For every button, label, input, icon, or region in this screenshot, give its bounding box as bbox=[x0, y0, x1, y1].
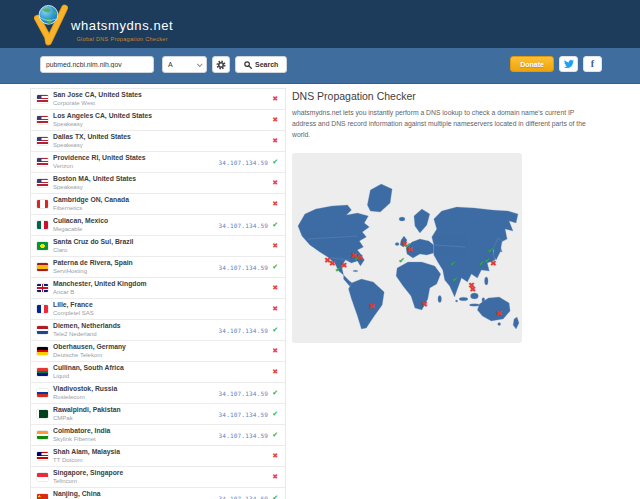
resolved-ip: 34.107.134.59 bbox=[219, 159, 269, 166]
flag-us-icon bbox=[37, 95, 48, 103]
server-location: Cullinan, South Africa bbox=[53, 364, 124, 372]
server-row[interactable]: San Jose CA, United States Corporate Wes… bbox=[31, 89, 285, 110]
server-isp: Verizon bbox=[53, 163, 146, 170]
server-location: San Jose CA, United States bbox=[53, 91, 142, 99]
cross-icon: ✖ bbox=[272, 243, 278, 250]
flag-gb-icon bbox=[37, 284, 48, 292]
server-location: Santa Cruz do Sul, Brazil bbox=[53, 238, 133, 246]
record-type-select[interactable]: A bbox=[162, 56, 207, 73]
server-row[interactable]: Singapore, Singapore Tefincom ✖ bbox=[31, 467, 285, 488]
map-cross-marker-icon: ✖ bbox=[329, 259, 336, 268]
server-location: Singapore, Singapore bbox=[53, 469, 123, 477]
header: whatsmydns.net Global DNS Propagation Ch… bbox=[0, 0, 640, 48]
domain-input[interactable] bbox=[40, 56, 154, 73]
resolved-ip: 34.107.134.59 bbox=[219, 390, 269, 397]
resolved-ip: 34.107.134.59 bbox=[219, 432, 269, 439]
server-row[interactable]: Nanjing, China NanJing XinFeng IT 34.107… bbox=[31, 488, 285, 499]
server-row[interactable]: Culiacan, Mexico Megacable 34.107.134.59… bbox=[31, 215, 285, 236]
logo-globe-check-icon bbox=[34, 2, 68, 48]
check-icon: ✔ bbox=[272, 327, 278, 334]
server-location: Shah Alam, Malaysia bbox=[53, 448, 120, 456]
map-cross-marker-icon: ✖ bbox=[469, 285, 476, 294]
server-row[interactable]: Providence RI, United States Verizon 34.… bbox=[31, 152, 285, 173]
donate-button[interactable]: Donate bbox=[510, 56, 554, 72]
server-isp: Corporate West bbox=[53, 100, 142, 107]
cross-icon: ✖ bbox=[272, 285, 278, 292]
server-row[interactable]: Oberhausen, Germany Deutsche Telekom ✖ bbox=[31, 341, 285, 362]
server-row[interactable]: Vladivostok, Russia Rostelecom 34.107.13… bbox=[31, 383, 285, 404]
server-isp: Speakeasy bbox=[53, 184, 136, 191]
check-icon: ✔ bbox=[272, 411, 278, 418]
server-isp: Fibernetics bbox=[53, 205, 129, 212]
check-icon: ✔ bbox=[272, 495, 278, 499]
server-row[interactable]: Manchester, United Kingdom Ancar B ✖ bbox=[31, 278, 285, 299]
map-cross-marker-icon: ✖ bbox=[407, 245, 414, 254]
options-button[interactable] bbox=[212, 56, 230, 73]
map-check-marker-icon: ✔ bbox=[399, 256, 405, 265]
server-location: Nanjing, China bbox=[53, 490, 106, 498]
server-isp: Ancar B bbox=[53, 289, 147, 296]
map-cross-marker-icon: ✖ bbox=[369, 302, 376, 311]
search-band: A Search Donate bbox=[0, 48, 640, 84]
server-location: Oberhausen, Germany bbox=[53, 343, 126, 351]
server-location: Los Angeles CA, United States bbox=[53, 112, 152, 120]
server-row[interactable]: Shah Alam, Malaysia TT Dotcom ✖ bbox=[31, 446, 285, 467]
cross-icon: ✖ bbox=[272, 306, 278, 313]
cross-icon: ✖ bbox=[272, 117, 278, 124]
server-isp: TT Dotcom bbox=[53, 457, 120, 464]
flag-my-icon bbox=[37, 452, 48, 460]
server-isp: CMPak bbox=[53, 415, 121, 422]
server-row[interactable]: Diemen, Netherlands Tele2 Nederland 34.1… bbox=[31, 320, 285, 341]
server-row[interactable]: Rawalpindi, Pakistan CMPak 34.107.134.59… bbox=[31, 404, 285, 425]
cross-icon: ✖ bbox=[272, 138, 278, 145]
map-cross-marker-icon: ✖ bbox=[356, 253, 363, 262]
server-location: Manchester, United Kingdom bbox=[53, 280, 147, 288]
twitter-icon bbox=[564, 59, 574, 69]
band-right: Donate f bbox=[510, 56, 602, 72]
flag-ru-icon bbox=[37, 389, 48, 397]
server-isp: Liquid bbox=[53, 373, 124, 380]
server-row[interactable]: Santa Cruz do Sul, Brazil Claro ✖ bbox=[31, 236, 285, 257]
server-location: Cambridge ON, Canada bbox=[53, 196, 129, 204]
server-row[interactable]: Paterna de Rivera, Spain ServiHosting 34… bbox=[31, 257, 285, 278]
server-row[interactable]: Lille, France Completel SAS ✖ bbox=[31, 299, 285, 320]
map-check-marker-icon: ✔ bbox=[450, 259, 456, 268]
flag-mx-icon bbox=[37, 221, 48, 229]
resolved-ip: 34.107.134.59 bbox=[219, 222, 269, 229]
content: San Jose CA, United States Corporate Wes… bbox=[0, 84, 640, 499]
twitter-button[interactable] bbox=[559, 56, 578, 72]
server-row[interactable]: Cullinan, South Africa Liquid ✖ bbox=[31, 362, 285, 383]
logo-link[interactable]: whatsmydns.net Global DNS Propagation Ch… bbox=[34, 2, 173, 48]
results-list: San Jose CA, United States Corporate Wes… bbox=[30, 88, 286, 499]
page-title: DNS Propagation Checker bbox=[292, 90, 622, 102]
check-icon: ✔ bbox=[272, 432, 278, 439]
resolved-ip: 34.107.134.59 bbox=[219, 411, 269, 418]
server-isp: Completel SAS bbox=[53, 310, 94, 317]
server-row[interactable]: Los Angeles CA, United States Speakeasy … bbox=[31, 110, 285, 131]
server-row[interactable]: Boston MA, United States Speakeasy ✖ bbox=[31, 173, 285, 194]
map-check-marker-icon: ✔ bbox=[354, 254, 360, 263]
server-row[interactable]: Cambridge ON, Canada Fibernetics ✖ bbox=[31, 194, 285, 215]
search-button-label: Search bbox=[255, 61, 278, 68]
server-row[interactable]: Dallas TX, United States Speakeasy ✖ bbox=[31, 131, 285, 152]
search-button[interactable]: Search bbox=[235, 56, 287, 73]
server-isp: Speakeasy bbox=[53, 142, 131, 149]
flag-es-icon bbox=[37, 263, 48, 271]
brand-title: whatsmydns.net bbox=[71, 18, 173, 33]
check-icon: ✔ bbox=[272, 159, 278, 166]
map-check-marker-icon: ✔ bbox=[335, 265, 341, 274]
flag-sg-icon bbox=[37, 473, 48, 481]
server-isp: Skylink Fibernet bbox=[53, 436, 110, 443]
flag-de-icon bbox=[37, 347, 48, 355]
check-icon: ✔ bbox=[272, 264, 278, 271]
map-check-marker-icon: ✔ bbox=[479, 259, 485, 268]
flag-nl-icon bbox=[37, 326, 48, 334]
server-location: Dallas TX, United States bbox=[53, 133, 131, 141]
facebook-button[interactable]: f bbox=[583, 56, 602, 72]
map-cross-marker-icon: ✖ bbox=[421, 300, 428, 309]
flag-us-icon bbox=[37, 116, 48, 124]
server-row[interactable]: Coimbatore, India Skylink Fibernet 34.10… bbox=[31, 425, 285, 446]
map-cross-marker-icon: ✖ bbox=[401, 240, 408, 249]
server-location: Coimbatore, India bbox=[53, 427, 110, 435]
map-check-marker-icon: ✔ bbox=[488, 246, 494, 255]
